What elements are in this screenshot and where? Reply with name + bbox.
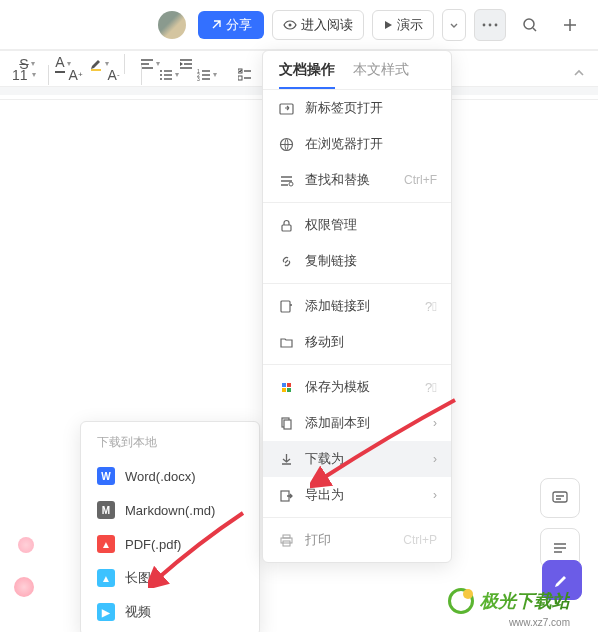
font-decrease-button[interactable]: A- xyxy=(99,60,129,90)
download-submenu: 下载到本地 W Word(.docx) M Markdown(.md) ▲ PD… xyxy=(80,421,260,632)
present-dropdown-button[interactable] xyxy=(442,9,466,41)
image-icon: ▲ xyxy=(97,569,115,587)
tab-doc-style[interactable]: 本文样式 xyxy=(353,61,409,89)
menu-save-template[interactable]: 保存为模板 ?⃝ xyxy=(263,369,451,405)
shortcut: Ctrl+P xyxy=(403,533,437,547)
svg-rect-20 xyxy=(284,420,291,429)
menu-add-link-to[interactable]: 添加链接到 ?⃝ xyxy=(263,288,451,324)
present-label: 演示 xyxy=(397,16,423,34)
plus-icon xyxy=(562,17,578,33)
font-size-control[interactable]: 11 ▾ xyxy=(12,67,36,83)
svg-point-16 xyxy=(289,182,293,186)
share-icon xyxy=(210,19,222,31)
reading-mode-button[interactable]: 进入阅读 xyxy=(272,10,364,40)
chevron-down-icon: ▾ xyxy=(213,70,217,79)
divider xyxy=(141,65,142,85)
reading-label: 进入阅读 xyxy=(301,16,353,34)
comment-button[interactable] xyxy=(540,478,580,518)
item-label: 视频 xyxy=(125,603,151,621)
search-button[interactable] xyxy=(514,9,546,41)
chevron-right-icon: › xyxy=(433,416,437,430)
svg-text:3: 3 xyxy=(197,76,200,82)
item-label: PDF(.pdf) xyxy=(125,537,181,552)
decoration xyxy=(0,537,50,617)
numbered-list-button[interactable]: 123 ▾ xyxy=(192,60,222,90)
svg-point-4 xyxy=(524,19,534,29)
menu-download-as[interactable]: 下载为 › xyxy=(263,441,451,477)
word-icon: W xyxy=(97,467,115,485)
link-icon xyxy=(277,252,295,270)
add-link-icon xyxy=(277,297,295,315)
checklist-button[interactable] xyxy=(230,60,260,90)
more-icon xyxy=(482,23,498,27)
font-increase-button[interactable]: A+ xyxy=(61,60,91,90)
download-markdown[interactable]: M Markdown(.md) xyxy=(81,493,259,527)
menu-permissions[interactable]: 权限管理 xyxy=(263,207,451,243)
chevron-down-icon: ▾ xyxy=(32,70,36,79)
browser-icon xyxy=(277,135,295,153)
menu-label: 添加链接到 xyxy=(305,297,370,315)
present-button[interactable]: 演示 xyxy=(372,10,434,40)
svg-point-6 xyxy=(160,74,162,76)
menu-label: 新标签页打开 xyxy=(305,99,383,117)
svg-rect-25 xyxy=(553,492,567,502)
avatar[interactable] xyxy=(158,11,186,39)
menu-label: 权限管理 xyxy=(305,216,357,234)
download-word[interactable]: W Word(.docx) xyxy=(81,459,259,493)
top-toolbar: 分享 进入阅读 演示 xyxy=(0,0,598,50)
svg-rect-14 xyxy=(280,104,293,114)
bullet-list-button[interactable]: ▾ xyxy=(154,60,184,90)
bullet-list-icon xyxy=(159,68,173,82)
checklist-icon xyxy=(238,68,252,82)
download-video[interactable]: ▶ 视频 xyxy=(81,595,259,629)
chevron-down-icon: ▾ xyxy=(175,70,179,79)
separator xyxy=(263,517,451,518)
item-label: Word(.docx) xyxy=(125,469,196,484)
separator xyxy=(263,364,451,365)
find-icon xyxy=(277,171,295,189)
tab-doc-operations[interactable]: 文档操作 xyxy=(279,61,335,89)
svg-point-5 xyxy=(160,70,162,72)
collapse-button[interactable] xyxy=(572,66,586,84)
help-icon: ?⃝ xyxy=(425,299,437,314)
menu-move-to[interactable]: 移动到 xyxy=(263,324,451,360)
numbered-list-icon: 123 xyxy=(197,68,211,82)
menu-label: 下载为 xyxy=(305,450,344,468)
menu-copy-link[interactable]: 复制链接 xyxy=(263,243,451,279)
submenu-title: 下载到本地 xyxy=(81,428,259,459)
download-image[interactable]: ▲ 长图 xyxy=(81,561,259,595)
svg-rect-18 xyxy=(281,301,290,312)
play-icon xyxy=(383,20,393,30)
watermark: 极光下载站 xyxy=(448,588,570,614)
new-tab-icon xyxy=(277,99,295,117)
markdown-icon: M xyxy=(97,501,115,519)
svg-rect-12 xyxy=(238,76,242,80)
chevron-up-icon xyxy=(572,66,586,80)
comment-icon xyxy=(551,489,569,507)
folder-icon xyxy=(277,333,295,351)
separator xyxy=(263,202,451,203)
menu-label: 复制链接 xyxy=(305,252,357,270)
template-icon xyxy=(277,378,295,396)
menu-open-new-tab[interactable]: 新标签页打开 xyxy=(263,90,451,126)
pdf-icon: ▲ xyxy=(97,535,115,553)
dropdown-tabs: 文档操作 本文样式 xyxy=(263,51,451,90)
add-button[interactable] xyxy=(554,9,586,41)
download-pdf[interactable]: ▲ PDF(.pdf) xyxy=(81,527,259,561)
menu-find-replace[interactable]: 查找和替换 Ctrl+F xyxy=(263,162,451,198)
menu-print[interactable]: 打印 Ctrl+P xyxy=(263,522,451,558)
svg-point-7 xyxy=(160,78,162,80)
menu-open-browser[interactable]: 在浏览器打开 xyxy=(263,126,451,162)
menu-label: 查找和替换 xyxy=(305,171,370,189)
menu-label: 移动到 xyxy=(305,333,344,351)
font-size-value: 11 xyxy=(12,67,28,83)
share-button[interactable]: 分享 xyxy=(198,11,264,39)
menu-export-as[interactable]: 导出为 › xyxy=(263,477,451,513)
svg-point-0 xyxy=(289,23,292,26)
chevron-down-icon xyxy=(449,20,459,30)
watermark-text: 极光下载站 xyxy=(480,589,570,613)
watermark-url: www.xz7.com xyxy=(509,617,570,628)
more-button[interactable] xyxy=(474,9,506,41)
menu-add-copy-to[interactable]: 添加副本到 › xyxy=(263,405,451,441)
menu-label: 添加副本到 xyxy=(305,414,370,432)
